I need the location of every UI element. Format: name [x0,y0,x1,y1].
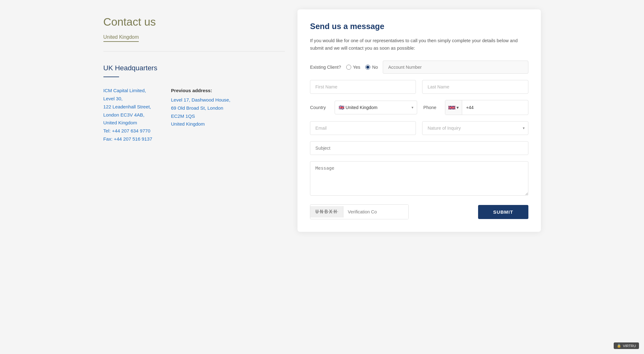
virtru-icon: 🔒 [617,344,621,348]
address-line2: Level 30, [103,95,152,103]
radio-no-label: No [372,65,378,70]
subject-input[interactable] [310,141,528,155]
current-address: ICM Capital Limited, Level 30, 122 Leade… [103,87,152,143]
radio-no-input[interactable] [365,65,370,70]
captcha-box: UNBXH [310,204,409,219]
address-line5: United Kingdom [103,119,152,127]
country-phone-row: Country 🇬🇧 United Kingdom 🇺🇸 United Stat… [310,100,528,115]
uk-flag-icon [448,105,455,110]
captcha-image: UNBXH [310,206,343,217]
address-line4: London EC3V 4AB, [103,111,152,119]
prev-address-label: Previous address: [171,87,230,95]
account-number-input[interactable] [383,61,528,74]
existing-client-row: Existing Client? Yes No [310,61,528,74]
phone-dropdown-arrow-icon: ▾ [457,105,459,110]
phone-label: Phone [423,105,437,110]
country-select[interactable]: 🇬🇧 United Kingdom 🇺🇸 United States 🇩🇪 Ge… [335,101,417,114]
prev-address-line1: Level 17, Dashwood House, [171,96,230,104]
phone-input-wrapper: ▾ [445,100,528,115]
address-columns: ICM Capital Limited, Level 30, 122 Leade… [103,87,285,143]
email-input[interactable] [310,121,416,135]
captcha-input[interactable] [343,205,408,219]
phone-number-input[interactable] [462,101,528,114]
previous-address: Previous address: Level 17, Dashwood Hou… [171,87,230,143]
form-title: Send us a message [310,22,528,31]
prev-address-line4: United Kingdom [171,120,230,128]
bottom-row: UNBXH SUBMIT [310,204,528,219]
nature-of-inquiry-select[interactable]: Nature of Inquiry General Technical Bill… [422,121,528,135]
address-fax: Fax: +44 207 516 9137 [103,135,152,143]
name-row [310,80,528,94]
section-underline [103,77,119,77]
address-line3: 122 Leadenhall Street, [103,103,152,111]
country-tab[interactable]: United Kingdom [103,34,139,42]
prev-address-line2: 69 Old Broad St, London [171,104,230,112]
first-name-field [310,80,416,94]
contact-form-card: Send us a message If you would like for … [297,9,541,232]
radio-group: Yes No [346,65,378,70]
page-wrapper: Contact us United Kingdom UK Headquarter… [103,9,541,232]
virtru-label: VIRTRU [623,344,636,348]
last-name-field [422,80,528,94]
nature-field: Nature of Inquiry General Technical Bill… [422,121,528,135]
virtru-badge: 🔒 VIRTRU [614,342,639,349]
section-title: UK Headquarters [103,64,285,72]
country-label: Country [310,105,326,110]
email-field [310,121,416,135]
submit-button[interactable]: SUBMIT [478,205,528,219]
last-name-input[interactable] [422,80,528,94]
divider-line [103,51,285,52]
prev-address-line3: EC2M 1QS [171,112,230,120]
radio-yes-input[interactable] [346,65,351,70]
radio-no[interactable]: No [365,65,378,70]
left-panel: Contact us United Kingdom UK Headquarter… [103,9,285,149]
address-line1: ICM Capital Limited, [103,87,152,95]
radio-yes-label: Yes [353,65,360,70]
radio-yes[interactable]: Yes [346,65,360,70]
page-title: Contact us [103,16,285,28]
existing-client-label: Existing Client? [310,65,341,70]
message-textarea[interactable] [310,161,528,196]
country-select-wrapper: 🇬🇧 United Kingdom 🇺🇸 United States 🇩🇪 Ge… [335,101,417,114]
email-nature-row: Nature of Inquiry General Technical Bill… [310,121,528,135]
first-name-input[interactable] [310,80,416,94]
form-description: If you would like for one of our represe… [310,37,528,52]
address-tel: Tel: +44 207 634 9770 [103,127,152,135]
phone-flag-select[interactable]: ▾ [445,100,462,115]
